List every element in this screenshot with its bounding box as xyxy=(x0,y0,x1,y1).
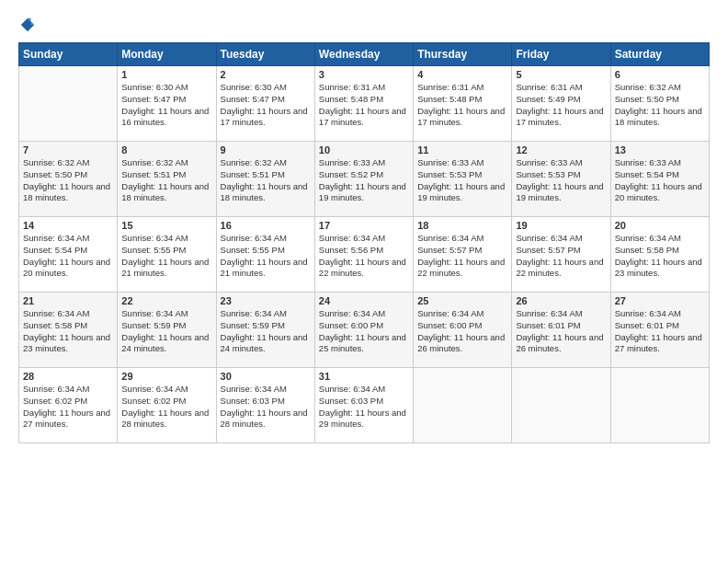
day-number: 13 xyxy=(615,144,705,155)
day-cell xyxy=(610,368,709,443)
col-header-monday: Monday xyxy=(118,43,216,66)
day-number: 11 xyxy=(417,144,507,155)
day-cell: 24 Sunrise: 6:34 AMSunset: 6:00 PMDaylig… xyxy=(314,293,413,368)
day-cell: 9 Sunrise: 6:32 AMSunset: 5:51 PMDayligh… xyxy=(216,142,314,217)
week-row-3: 14 Sunrise: 6:34 AMSunset: 5:54 PMDaylig… xyxy=(19,217,710,293)
day-info: Sunrise: 6:34 AMSunset: 5:59 PMDaylight:… xyxy=(221,308,311,355)
day-cell: 15 Sunrise: 6:34 AMSunset: 5:55 PMDaylig… xyxy=(118,217,216,293)
day-number: 26 xyxy=(516,295,606,306)
col-header-tuesday: Tuesday xyxy=(216,43,314,66)
day-cell: 5 Sunrise: 6:31 AMSunset: 5:49 PMDayligh… xyxy=(512,66,610,142)
day-cell xyxy=(414,368,512,443)
day-info: Sunrise: 6:32 AMSunset: 5:51 PMDaylight:… xyxy=(221,157,311,204)
day-number: 27 xyxy=(615,295,705,306)
day-info: Sunrise: 6:34 AMSunset: 6:02 PMDaylight:… xyxy=(121,384,211,431)
day-info: Sunrise: 6:34 AMSunset: 5:58 PMDaylight:… xyxy=(615,233,705,280)
day-number: 22 xyxy=(121,295,211,306)
day-info: Sunrise: 6:34 AMSunset: 5:57 PMDaylight:… xyxy=(516,233,606,280)
day-cell: 4 Sunrise: 6:31 AMSunset: 5:48 PMDayligh… xyxy=(414,66,512,142)
day-info: Sunrise: 6:34 AMSunset: 5:57 PMDaylight:… xyxy=(417,233,507,280)
day-info: Sunrise: 6:32 AMSunset: 5:50 PMDaylight:… xyxy=(615,82,705,129)
day-info: Sunrise: 6:32 AMSunset: 5:50 PMDaylight:… xyxy=(23,157,113,204)
day-cell: 13 Sunrise: 6:33 AMSunset: 5:54 PMDaylig… xyxy=(610,142,709,217)
day-info: Sunrise: 6:31 AMSunset: 5:48 PMDaylight:… xyxy=(319,82,409,129)
day-info: Sunrise: 6:33 AMSunset: 5:54 PMDaylight:… xyxy=(615,157,705,204)
day-cell: 27 Sunrise: 6:34 AMSunset: 6:01 PMDaylig… xyxy=(610,293,709,368)
day-info: Sunrise: 6:34 AMSunset: 5:59 PMDaylight:… xyxy=(121,308,211,355)
day-info: Sunrise: 6:30 AMSunset: 5:47 PMDaylight:… xyxy=(121,82,211,129)
day-cell: 2 Sunrise: 6:30 AMSunset: 5:47 PMDayligh… xyxy=(216,66,314,142)
week-row-5: 28 Sunrise: 6:34 AMSunset: 6:02 PMDaylig… xyxy=(19,368,710,443)
day-info: Sunrise: 6:34 AMSunset: 6:00 PMDaylight:… xyxy=(319,308,409,355)
day-number: 17 xyxy=(319,220,409,231)
calendar-page: SundayMondayTuesdayWednesdayThursdayFrid… xyxy=(0,0,728,563)
day-number: 21 xyxy=(23,295,113,306)
day-info: Sunrise: 6:33 AMSunset: 5:52 PMDaylight:… xyxy=(319,157,409,204)
header-row: SundayMondayTuesdayWednesdayThursdayFrid… xyxy=(19,43,710,66)
day-cell: 11 Sunrise: 6:33 AMSunset: 5:53 PMDaylig… xyxy=(414,142,512,217)
day-info: Sunrise: 6:34 AMSunset: 6:01 PMDaylight:… xyxy=(615,308,705,355)
day-info: Sunrise: 6:34 AMSunset: 6:03 PMDaylight:… xyxy=(221,384,311,431)
day-cell: 31 Sunrise: 6:34 AMSunset: 6:03 PMDaylig… xyxy=(314,368,413,443)
col-header-saturday: Saturday xyxy=(610,43,709,66)
day-info: Sunrise: 6:33 AMSunset: 5:53 PMDaylight:… xyxy=(417,157,507,204)
week-row-2: 7 Sunrise: 6:32 AMSunset: 5:50 PMDayligh… xyxy=(19,142,710,217)
day-cell: 18 Sunrise: 6:34 AMSunset: 5:57 PMDaylig… xyxy=(414,217,512,293)
day-number: 31 xyxy=(319,371,409,382)
day-cell: 22 Sunrise: 6:34 AMSunset: 5:59 PMDaylig… xyxy=(118,293,216,368)
day-cell: 20 Sunrise: 6:34 AMSunset: 5:58 PMDaylig… xyxy=(610,217,709,293)
day-cell: 29 Sunrise: 6:34 AMSunset: 6:02 PMDaylig… xyxy=(118,368,216,443)
day-info: Sunrise: 6:34 AMSunset: 5:54 PMDaylight:… xyxy=(23,233,113,280)
day-number: 15 xyxy=(121,220,211,231)
logo-icon xyxy=(19,17,36,33)
day-cell: 8 Sunrise: 6:32 AMSunset: 5:51 PMDayligh… xyxy=(118,142,216,217)
day-cell: 17 Sunrise: 6:34 AMSunset: 5:56 PMDaylig… xyxy=(314,217,413,293)
day-info: Sunrise: 6:34 AMSunset: 6:03 PMDaylight:… xyxy=(319,384,409,431)
logo xyxy=(18,17,36,33)
day-number: 10 xyxy=(319,144,409,155)
day-number: 12 xyxy=(516,144,606,155)
day-cell: 21 Sunrise: 6:34 AMSunset: 5:58 PMDaylig… xyxy=(19,293,118,368)
day-number: 19 xyxy=(516,220,606,231)
week-row-1: 1 Sunrise: 6:30 AMSunset: 5:47 PMDayligh… xyxy=(19,66,710,142)
day-info: Sunrise: 6:34 AMSunset: 5:56 PMDaylight:… xyxy=(319,233,409,280)
day-cell xyxy=(19,66,118,142)
col-header-thursday: Thursday xyxy=(414,43,512,66)
day-info: Sunrise: 6:31 AMSunset: 5:48 PMDaylight:… xyxy=(417,82,507,129)
day-number: 30 xyxy=(221,371,311,382)
day-number: 28 xyxy=(23,371,113,382)
page-header xyxy=(18,17,710,33)
day-cell: 3 Sunrise: 6:31 AMSunset: 5:48 PMDayligh… xyxy=(314,66,413,142)
day-cell: 1 Sunrise: 6:30 AMSunset: 5:47 PMDayligh… xyxy=(118,66,216,142)
day-number: 6 xyxy=(615,69,705,80)
day-number: 24 xyxy=(319,295,409,306)
calendar-table: SundayMondayTuesdayWednesdayThursdayFrid… xyxy=(18,42,710,443)
day-info: Sunrise: 6:33 AMSunset: 5:53 PMDaylight:… xyxy=(516,157,606,204)
day-cell: 16 Sunrise: 6:34 AMSunset: 5:55 PMDaylig… xyxy=(216,217,314,293)
day-cell: 28 Sunrise: 6:34 AMSunset: 6:02 PMDaylig… xyxy=(19,368,118,443)
day-info: Sunrise: 6:32 AMSunset: 5:51 PMDaylight:… xyxy=(121,157,211,204)
day-info: Sunrise: 6:34 AMSunset: 5:58 PMDaylight:… xyxy=(23,308,113,355)
day-number: 8 xyxy=(121,144,211,155)
week-row-4: 21 Sunrise: 6:34 AMSunset: 5:58 PMDaylig… xyxy=(19,293,710,368)
day-cell: 7 Sunrise: 6:32 AMSunset: 5:50 PMDayligh… xyxy=(19,142,118,217)
day-number: 1 xyxy=(121,69,211,80)
day-cell: 26 Sunrise: 6:34 AMSunset: 6:01 PMDaylig… xyxy=(512,293,610,368)
day-cell: 30 Sunrise: 6:34 AMSunset: 6:03 PMDaylig… xyxy=(216,368,314,443)
day-cell: 25 Sunrise: 6:34 AMSunset: 6:00 PMDaylig… xyxy=(414,293,512,368)
day-info: Sunrise: 6:34 AMSunset: 5:55 PMDaylight:… xyxy=(221,233,311,280)
day-number: 16 xyxy=(221,220,311,231)
day-number: 18 xyxy=(417,220,507,231)
day-info: Sunrise: 6:34 AMSunset: 5:55 PMDaylight:… xyxy=(121,233,211,280)
day-info: Sunrise: 6:34 AMSunset: 6:00 PMDaylight:… xyxy=(417,308,507,355)
day-number: 29 xyxy=(121,371,211,382)
day-number: 4 xyxy=(417,69,507,80)
day-info: Sunrise: 6:30 AMSunset: 5:47 PMDaylight:… xyxy=(221,82,311,129)
day-number: 7 xyxy=(23,144,113,155)
day-cell: 19 Sunrise: 6:34 AMSunset: 5:57 PMDaylig… xyxy=(512,217,610,293)
day-number: 25 xyxy=(417,295,507,306)
day-number: 20 xyxy=(615,220,705,231)
day-number: 3 xyxy=(319,69,409,80)
col-header-friday: Friday xyxy=(512,43,610,66)
col-header-wednesday: Wednesday xyxy=(314,43,413,66)
